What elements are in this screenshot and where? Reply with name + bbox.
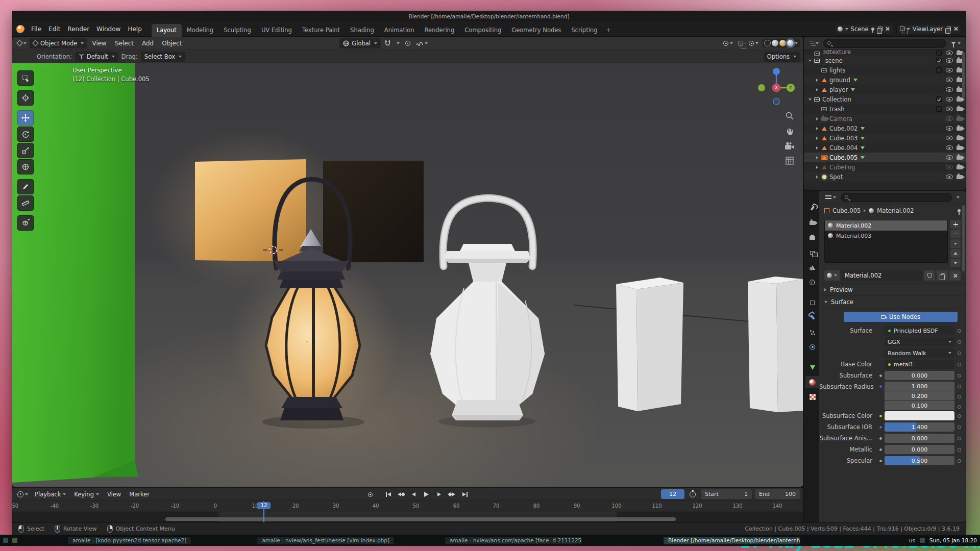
camera-view-icon[interactable]	[785, 142, 795, 150]
tool-scale[interactable]	[17, 143, 34, 158]
taskbar-window-terminal-2[interactable]: amalie : nview/ans_festi/nessie [vim ind…	[257, 536, 395, 545]
timeline-editor-type-button[interactable]	[15, 490, 30, 498]
keyframe-decorator[interactable]	[958, 405, 961, 409]
cube-object-right[interactable]	[748, 277, 803, 412]
grid-perspective-icon[interactable]	[785, 156, 794, 165]
workspace-tab-texture-paint[interactable]: Texture Paint	[297, 24, 345, 37]
tool-add-cube[interactable]	[17, 215, 34, 231]
tab-tool[interactable]	[805, 202, 819, 214]
tab-modifiers[interactable]	[805, 311, 819, 323]
frame-end-field[interactable]: End100	[755, 489, 800, 499]
cube-object-left[interactable]	[616, 278, 683, 411]
zoom-icon[interactable]	[785, 111, 794, 120]
next-frame-button[interactable]	[433, 490, 445, 499]
unlink-material-button[interactable]	[949, 270, 961, 281]
workspace-switcher-icon[interactable]	[12, 538, 17, 543]
outliner-row-trash[interactable]: trash	[804, 104, 966, 114]
disable-render-icon[interactable]	[957, 97, 963, 102]
jump-prev-keyframe-button[interactable]	[395, 490, 407, 499]
menu-view-timeline[interactable]: View	[104, 490, 125, 499]
hide-viewport-icon[interactable]	[946, 126, 953, 131]
dark-textured-plane-object[interactable]	[323, 161, 424, 262]
shading-material-preview-button[interactable]	[779, 40, 786, 46]
menu-keying[interactable]: Keying	[70, 490, 103, 499]
tab-view-layer[interactable]	[805, 246, 819, 259]
menu-view[interactable]: View	[88, 39, 110, 48]
blender-logo-icon[interactable]	[16, 25, 24, 33]
play-reverse-button[interactable]	[408, 490, 420, 499]
fake-user-button[interactable]	[924, 270, 935, 281]
tab-object-data[interactable]	[805, 361, 819, 373]
axis-z-negative-handle[interactable]	[773, 98, 779, 105]
hide-viewport-icon[interactable]	[946, 145, 953, 150]
menu-render[interactable]: Render	[64, 24, 93, 34]
hide-viewport-icon[interactable]	[946, 165, 953, 169]
current-frame-field[interactable]: 12	[661, 489, 684, 499]
shading-wireframe-button[interactable]	[764, 40, 771, 46]
hide-viewport-icon[interactable]	[946, 155, 953, 160]
menu-help[interactable]: Help	[124, 24, 145, 34]
preview-panel-header[interactable]: Preview	[819, 284, 966, 296]
breadcrumb-object[interactable]: Cube.005	[832, 207, 861, 214]
hide-viewport-icon[interactable]	[946, 97, 953, 102]
radius-z-field[interactable]: 0.100	[885, 401, 954, 410]
outliner-row-cubefog[interactable]: CubeFog	[804, 162, 966, 172]
auto-keying-toggle[interactable]	[364, 490, 376, 499]
axis-y-negative-handle[interactable]	[758, 84, 765, 91]
base-color-link[interactable]: metal1	[885, 360, 954, 369]
menu-object[interactable]: Object	[158, 39, 185, 48]
disable-render-icon[interactable]	[957, 156, 963, 160]
options-dropdown[interactable]: Options	[764, 52, 800, 62]
use-preview-range-toggle[interactable]	[688, 490, 698, 498]
axis-z-handle[interactable]	[773, 68, 780, 75]
keyframe-decorator[interactable]	[958, 329, 961, 333]
mode-dropdown[interactable]: Object Mode	[30, 38, 87, 48]
outliner-row[interactable]: 3dtexture	[804, 50, 966, 56]
browse-material-button[interactable]	[824, 270, 840, 281]
pin-icon[interactable]	[871, 28, 874, 31]
tab-render[interactable]	[805, 217, 819, 229]
shading-solid-button[interactable]	[772, 40, 778, 46]
workspace-tab-uv-editing[interactable]: UV Editing	[256, 24, 297, 37]
tab-scene[interactable]	[805, 261, 819, 273]
move-slot-up-button[interactable]	[950, 249, 961, 258]
subsurface-anisotropy-slider[interactable]: 0.000	[885, 434, 954, 443]
keyframe-decorator[interactable]	[958, 414, 961, 418]
drag-dropdown[interactable]: Select Box	[141, 52, 186, 62]
new-scene-icon[interactable]	[878, 27, 883, 31]
pan-hand-icon[interactable]	[785, 127, 794, 136]
distribution-dropdown[interactable]: GGX	[885, 337, 954, 346]
properties-search-field[interactable]	[841, 193, 952, 202]
hide-viewport-icon[interactable]	[946, 68, 953, 72]
workspace-tab-geometry-nodes[interactable]: Geometry Nodes	[506, 24, 566, 37]
menu-marker[interactable]: Marker	[126, 490, 153, 499]
taskbar-window-terminal-3[interactable]: amalie : nview/ans.corr/apache [face -d …	[445, 536, 582, 545]
menu-file[interactable]: File	[28, 24, 45, 34]
jump-to-start-button[interactable]	[382, 490, 394, 499]
overlays-dropdown[interactable]	[747, 40, 761, 47]
proportional-falloff-dropdown[interactable]	[414, 40, 430, 47]
disable-render-icon[interactable]	[957, 127, 963, 131]
pin-id-icon[interactable]	[958, 209, 961, 212]
outliner-row-lights[interactable]: lights	[804, 65, 966, 75]
keyframe-decorator[interactable]	[958, 352, 961, 355]
playhead[interactable]: 12	[263, 501, 264, 522]
disable-render-icon[interactable]	[957, 146, 963, 150]
tab-particles[interactable]	[805, 326, 819, 338]
surface-shader-selector[interactable]: Principled BSDF	[885, 326, 954, 335]
outliner-row-cube002[interactable]: Cube.002	[804, 123, 966, 133]
workspace-tab-shading[interactable]: Shading	[345, 24, 379, 37]
orientation-dropdown[interactable]: Default	[75, 52, 118, 62]
menu-playback[interactable]: Playback	[31, 490, 69, 499]
workspace-tab-layout[interactable]: Layout	[152, 24, 182, 37]
editor-type-button[interactable]	[15, 40, 29, 46]
snap-settings-dropdown[interactable]	[395, 41, 402, 45]
specular-slider[interactable]: 0.500	[885, 456, 954, 465]
outliner-row-cube004[interactable]: Cube.004	[804, 143, 966, 153]
hide-viewport-icon[interactable]	[946, 78, 953, 82]
radius-x-field[interactable]: 1.000	[885, 382, 954, 391]
tool-transform[interactable]	[17, 159, 34, 174]
keyframe-decorator[interactable]	[958, 363, 961, 366]
keyframe-decorator[interactable]	[958, 340, 961, 344]
scene-selector[interactable]: Scene	[834, 24, 893, 34]
